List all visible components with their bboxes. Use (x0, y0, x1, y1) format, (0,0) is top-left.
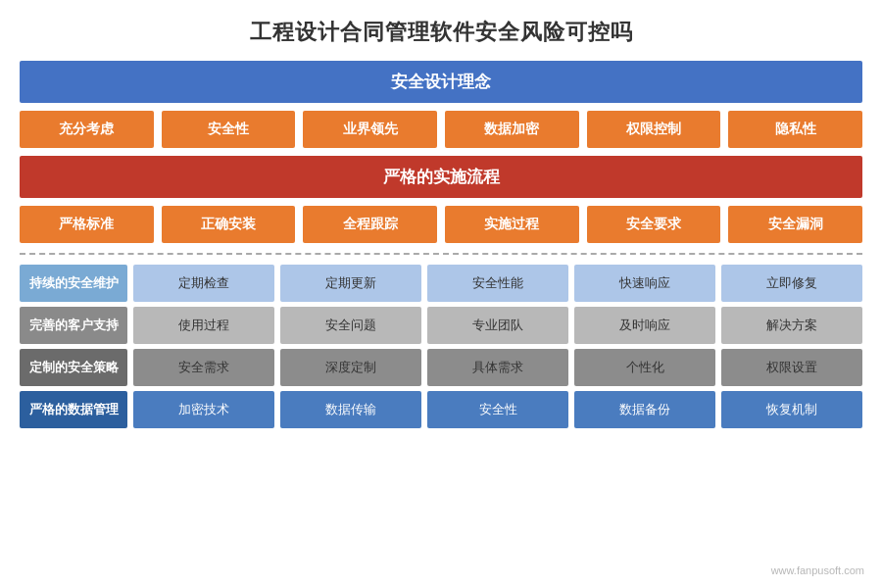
feature-row: 定制的安全策略安全需求深度定制具体需求个性化权限设置 (20, 349, 862, 386)
section2-tag: 全程跟踪 (303, 206, 437, 243)
feature-tag: 加密技术 (133, 391, 274, 428)
feature-tag: 安全性 (427, 391, 568, 428)
section2-header: 严格的实施流程 (20, 156, 862, 198)
feature-tag: 权限设置 (721, 349, 862, 386)
feature-row: 完善的客户支持使用过程安全问题专业团队及时响应解决方案 (20, 307, 862, 344)
feature-row-label: 定制的安全策略 (20, 349, 127, 386)
section1-header: 安全设计理念 (20, 61, 862, 103)
section1-tag: 数据加密 (445, 111, 579, 148)
feature-tag: 使用过程 (133, 307, 274, 344)
section1-tag: 权限控制 (587, 111, 721, 148)
feature-tag: 定期检查 (133, 265, 274, 302)
section2-tag: 严格标准 (20, 206, 154, 243)
feature-tag: 恢复机制 (721, 391, 862, 428)
feature-tag: 快速响应 (574, 265, 715, 302)
feature-tag: 数据备份 (574, 391, 715, 428)
feature-tag: 安全需求 (133, 349, 274, 386)
section2-tag: 安全要求 (587, 206, 721, 243)
feature-tag: 安全问题 (280, 307, 421, 344)
feature-row-label: 严格的数据管理 (20, 391, 127, 428)
watermark: www.fanpusoft.com (771, 564, 864, 576)
section1-tag: 安全性 (162, 111, 296, 148)
feature-tag: 解决方案 (721, 307, 862, 344)
feature-tag: 具体需求 (427, 349, 568, 386)
feature-tag: 定期更新 (280, 265, 421, 302)
feature-tag: 深度定制 (280, 349, 421, 386)
section2-tag: 正确安装 (162, 206, 296, 243)
section1-tag: 业界领先 (303, 111, 437, 148)
dashed-divider (20, 253, 862, 255)
page-title: 工程设计合同管理软件安全风险可控吗 (20, 10, 862, 53)
feature-tag: 个性化 (574, 349, 715, 386)
section1-tags-row: 充分考虑安全性业界领先数据加密权限控制隐私性 (20, 111, 862, 148)
feature-tag: 数据传输 (280, 391, 421, 428)
feature-row: 严格的数据管理加密技术数据传输安全性数据备份恢复机制 (20, 391, 862, 428)
feature-tag: 立即修复 (721, 265, 862, 302)
feature-row-label: 完善的客户支持 (20, 307, 127, 344)
feature-tag: 专业团队 (427, 307, 568, 344)
feature-tag: 安全性能 (427, 265, 568, 302)
feature-row-label: 持续的安全维护 (20, 265, 127, 302)
section2-tag: 实施过程 (445, 206, 579, 243)
section2-tag: 安全漏洞 (728, 206, 862, 243)
feature-tag: 及时响应 (574, 307, 715, 344)
page-wrapper: 工程设计合同管理软件安全风险可控吗 安全设计理念 充分考虑安全性业界领先数据加密… (0, 0, 882, 588)
feature-row: 持续的安全维护定期检查定期更新安全性能快速响应立即修复 (20, 265, 862, 302)
section1-tag: 充分考虑 (20, 111, 154, 148)
section2-tags-row: 严格标准正确安装全程跟踪实施过程安全要求安全漏洞 (20, 206, 862, 243)
bottom-section: 持续的安全维护定期检查定期更新安全性能快速响应立即修复完善的客户支持使用过程安全… (20, 265, 862, 428)
section1-tag: 隐私性 (728, 111, 862, 148)
